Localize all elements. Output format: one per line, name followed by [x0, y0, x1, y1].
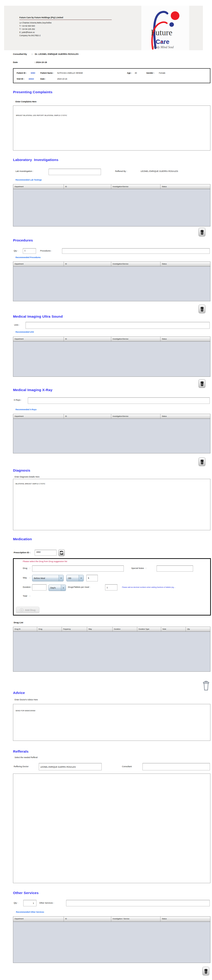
gender-value: Female	[159, 72, 165, 74]
table-header-id: ID	[64, 337, 111, 341]
logo-heart-icon: ♥	[161, 40, 162, 44]
duration-input[interactable]	[32, 584, 47, 590]
way-select[interactable]: Before Meal ▼	[32, 575, 64, 581]
consult-date-value: : 2024-10-16	[35, 61, 47, 64]
reffering-doctor-input[interactable]: LEONEL ENRIQUE GUERRA ROSALES	[39, 763, 102, 770]
complaints-textarea[interactable]: BREAST BILATERAL USS REPORT: BILATERAL S…	[13, 105, 210, 151]
drug-table-header-note: Note	[161, 627, 186, 632]
uss-label: USS :	[14, 324, 19, 326]
recommended-other-services-link[interactable]: Recommended Other Services	[16, 911, 44, 913]
delete-procedures-button[interactable]	[199, 305, 206, 313]
delete-xray-button[interactable]	[199, 458, 206, 466]
other-qty-input[interactable]: 1	[23, 900, 37, 906]
other-services-input[interactable]	[66, 900, 210, 906]
table-header-id: ID	[64, 262, 111, 266]
procedures-input[interactable]	[62, 248, 210, 254]
add-drug-button[interactable]: + Add Drug	[16, 607, 39, 614]
xray-label: X-Rays :	[14, 399, 22, 401]
other-qty-label: Qty :	[14, 902, 18, 904]
table-header-department: Department	[13, 414, 64, 418]
drug-list-label: Drug List	[14, 621, 23, 624]
drug-input[interactable]	[32, 565, 124, 572]
table-header-department: Department	[13, 337, 64, 341]
age-label: Age :	[127, 72, 132, 74]
table-header-department: Department	[13, 185, 64, 189]
section-heading-xray: Medical Imaging X-Ray	[13, 388, 53, 392]
table-header-id: ID	[64, 414, 111, 418]
refresh-icon	[59, 551, 64, 555]
xray-input[interactable]	[28, 398, 210, 404]
trash-icon	[200, 381, 204, 387]
section-heading-uss: Medical Imaging Ultra Sound	[13, 315, 63, 318]
table-header-service: Investigation/Service	[111, 262, 161, 266]
way-colon: :	[30, 577, 31, 579]
procedures-table-header: Department ID Investigation/Service Stat…	[13, 262, 210, 266]
table-header-department: Department	[13, 916, 64, 921]
complaints-label: Enter Complaints Here	[16, 100, 37, 103]
special-notes-input[interactable]	[157, 565, 193, 572]
table-header-service: Investigation/Service	[111, 414, 161, 418]
lab-investigation-input[interactable]	[48, 169, 101, 175]
uss-table-header: Department ID Investigation/Service Stat…	[13, 337, 210, 342]
diagnosis-textarea[interactable]: BILATERAL BREAST SIMPLE CYSTIC	[13, 479, 210, 530]
company-phone-1: T: +24 82 593 593	[19, 25, 35, 27]
reffered-by-value: LEONEL ENRIQUE GUERRA ROSALES	[141, 170, 178, 172]
drug-table-header-duration-type: Duration Type	[137, 627, 161, 632]
visit-date-value: 2024-10-16	[57, 78, 67, 80]
visit-id-label: Visit ID :	[17, 78, 24, 80]
total-label: Total	[23, 595, 27, 597]
drug-list-table-header: Drug ID Drug Fequency Way Duration Durat…	[13, 627, 210, 632]
xray-table-header: Department ID Investigation/Service Stat…	[13, 414, 210, 419]
reffering-doctor-label: Reffering Doctor	[14, 765, 29, 768]
section-heading-refferals: Refferals	[13, 749, 29, 754]
reffered-by-label: Reffered By :	[115, 170, 127, 172]
delete-lab-button[interactable]	[199, 228, 206, 237]
table-header-status: Status	[161, 916, 210, 921]
procedures-qty-input[interactable]: 1	[23, 248, 36, 254]
per-meal-label: Drugs/Tablets per meal :	[68, 586, 90, 588]
consult-date-label: Date	[13, 61, 34, 64]
drug-table-header-way: Way	[87, 627, 112, 632]
section-heading-other-services: Other Services	[13, 891, 39, 895]
prescription-id-input[interactable]: 4950	[35, 550, 56, 556]
way-select-value: Before Meal	[32, 575, 59, 581]
delete-uss-button[interactable]	[199, 379, 206, 388]
delete-advice-button[interactable]	[202, 681, 209, 691]
recommended-uss-link[interactable]: Recommended USS	[16, 331, 34, 333]
table-header-department: Department	[13, 262, 64, 266]
frequency-select[interactable]: OD ▼	[66, 575, 84, 581]
advice-textarea[interactable]: SEND FOR MAMOGRAM	[13, 704, 210, 741]
patient-info-box: Patient ID : 6393 Patient Name : NATHASI…	[13, 68, 210, 83]
section-heading-lab: Laboratory Investigations	[13, 158, 58, 162]
trash-icon	[200, 306, 204, 312]
recommended-procedures-link[interactable]: Recommended Procedures	[16, 256, 40, 259]
refferals-list-box[interactable]	[13, 773, 210, 883]
consulted-by-colon: :	[32, 53, 32, 55]
uss-table: Department ID Investigation/Service Stat…	[13, 337, 210, 377]
patient-id-value: 6393	[31, 72, 35, 74]
refresh-prescription-button[interactable]	[58, 549, 65, 556]
company-email: E: jude@future.sc	[19, 31, 35, 33]
frequency-select-value: OD	[67, 575, 79, 581]
recommended-lab-link[interactable]: Recommended Lab Testings	[16, 179, 42, 181]
table-header-service: Investigation / Service	[111, 916, 161, 921]
procedures-qty-label: Qty :	[14, 250, 18, 252]
way-label: Way	[23, 577, 27, 579]
table-header-id: ID	[64, 185, 111, 189]
prescription-id-label: Prescription ID :	[14, 551, 31, 554]
section-heading-advice: Advice	[13, 691, 25, 695]
duration-type-select[interactable]: Day/s ▼	[48, 585, 66, 591]
per-meal-input[interactable]: 1	[105, 584, 117, 590]
trash-icon	[200, 459, 204, 465]
uss-input[interactable]	[26, 322, 210, 329]
consultant-input[interactable]	[143, 763, 210, 770]
frequency-qty-input[interactable]: 1	[87, 575, 98, 581]
recommended-xray-link[interactable]: Recommended X-Rays	[16, 408, 37, 410]
lab-table: Department ID Investigation/Service Stat…	[13, 184, 210, 226]
consultation-form-page: Future Care by Future Holdings (Pty) Lim…	[0, 0, 212, 980]
logo-tagline: Body Mind Soul	[153, 46, 174, 49]
delete-other-services-button[interactable]	[202, 967, 209, 975]
drug-table-header-qty: Qty	[186, 627, 210, 632]
consulted-by-row: Consulted By: Dr. LEONEL ENRIQUE GUERRA …	[13, 53, 79, 55]
logo-word-future: Future	[151, 28, 172, 37]
